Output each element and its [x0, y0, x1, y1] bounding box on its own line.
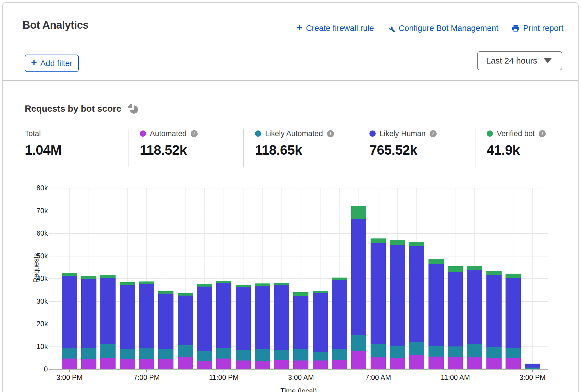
x-tick-mark	[69, 370, 70, 372]
y-tick-label: 10k	[20, 343, 48, 351]
bar-segment-likely-automated	[371, 344, 386, 357]
bar-segment-verified-bot	[81, 276, 96, 279]
chart-bar[interactable]	[371, 188, 386, 369]
bar-segment-likely-human	[525, 364, 540, 368]
create-firewall-rule-link[interactable]: + Create firewall rule	[297, 24, 374, 33]
info-icon[interactable]: i	[191, 130, 198, 137]
bar-segment-verified-bot	[486, 271, 502, 275]
chart-bar[interactable]	[448, 188, 463, 369]
chart-bar[interactable]	[216, 188, 231, 369]
bar-segment-automated	[506, 358, 521, 369]
y-tick-label: 60k	[20, 229, 48, 237]
bar-segment-likely-human	[178, 296, 193, 346]
bar-segment-likely-human	[120, 285, 135, 349]
add-filter-button[interactable]: + Add filter	[25, 55, 79, 72]
chart-bar[interactable]	[120, 188, 135, 369]
bar-segment-likely-human	[448, 272, 463, 346]
chart-bar[interactable]	[158, 188, 173, 369]
bar-segment-verified-bot	[506, 274, 521, 278]
bar-segment-likely-human	[467, 270, 482, 344]
print-report-link[interactable]: Print report	[511, 24, 563, 33]
bar-segment-likely-automated	[274, 350, 289, 360]
legend-dot-likely-automated	[255, 130, 261, 137]
chart-bar[interactable]	[525, 188, 540, 369]
bar-segment-verified-bot	[274, 283, 289, 285]
legend-dot-verified-bot	[487, 130, 493, 137]
x-tick-label: 11:00 PM	[209, 373, 238, 382]
y-tick-label: 30k	[20, 297, 48, 305]
stat-likely-human-value: 765.52k	[369, 142, 475, 158]
chart-bar[interactable]	[178, 188, 193, 369]
bar-segment-likely-automated	[139, 348, 154, 359]
bar-segment-verified-bot	[351, 206, 366, 219]
bar-segment-likely-human	[62, 276, 77, 348]
bar-segment-verified-bot	[178, 293, 193, 295]
printer-icon	[511, 24, 520, 33]
stats-row: Total 1.04M Automated i 118.52k Likely A…	[25, 129, 568, 167]
chart-bar[interactable]	[390, 188, 405, 369]
chart-bar[interactable]	[236, 188, 251, 369]
bar-segment-automated	[313, 361, 328, 369]
chart-bar[interactable]	[506, 188, 521, 369]
chart-bar[interactable]	[139, 188, 154, 369]
configure-bot-management-link[interactable]: Configure Bot Management	[387, 24, 498, 33]
chart-bar[interactable]	[255, 188, 270, 369]
plus-icon: +	[31, 57, 37, 69]
page-title: Bot Analytics	[22, 19, 89, 31]
bar-segment-likely-automated	[158, 349, 173, 359]
bar-segment-likely-human	[428, 264, 444, 346]
bar-segment-verified-bot	[197, 284, 212, 287]
bar-segment-likely-automated	[390, 346, 405, 358]
pie-chart-icon	[128, 104, 138, 114]
chart-bar[interactable]	[351, 188, 366, 369]
bar-segment-likely-human	[506, 278, 521, 348]
stat-total-value: 1.04M	[25, 142, 128, 158]
chart-bar[interactable]	[467, 188, 482, 369]
chart-bar[interactable]	[197, 188, 212, 369]
stat-automated-value: 118.52k	[140, 142, 243, 158]
bar-segment-verified-bot	[525, 364, 540, 364]
bot-analytics-card: Bot Analytics + Create firewall rule Con…	[2, 2, 579, 392]
plus-icon: +	[297, 24, 303, 32]
bar-segment-verified-bot	[390, 240, 405, 245]
bar-segment-likely-human	[313, 293, 328, 352]
bar-segment-likely-human	[255, 286, 270, 349]
bar-segment-automated	[120, 359, 135, 369]
bar-segment-likely-automated	[467, 344, 482, 357]
chart-bar[interactable]	[293, 188, 308, 369]
bar-segment-automated	[197, 361, 212, 369]
x-tick-label: 7:00 AM	[365, 373, 391, 382]
stat-likely-automated-label: Likely Automated	[265, 129, 323, 138]
chart-bar[interactable]	[274, 188, 289, 369]
bar-segment-automated	[448, 357, 463, 369]
x-tick-mark	[146, 370, 147, 372]
info-icon[interactable]: i	[539, 130, 546, 137]
bar-segment-automated	[409, 355, 424, 369]
bar-segment-likely-automated	[62, 348, 77, 359]
bar-segment-likely-automated	[197, 351, 212, 361]
bar-segment-likely-automated	[255, 349, 270, 361]
time-range-dropdown[interactable]: Last 24 hours	[477, 51, 562, 70]
info-icon[interactable]: i	[430, 130, 437, 137]
bar-segment-automated	[293, 361, 308, 369]
legend-dot-automated	[140, 130, 146, 137]
chart-bar[interactable]	[428, 188, 444, 369]
bar-segment-likely-automated	[313, 352, 328, 361]
y-tick-label: 20k	[20, 320, 48, 328]
bar-segment-likely-automated	[525, 368, 540, 369]
chart-bar[interactable]	[332, 188, 347, 369]
bar-segment-verified-bot	[332, 278, 347, 280]
bar-segment-automated	[428, 357, 444, 369]
header-divider	[3, 80, 578, 81]
chart-bar[interactable]	[313, 188, 328, 369]
info-icon[interactable]: i	[327, 130, 334, 137]
x-tick-label: 11:00 AM	[441, 373, 470, 382]
chart-bar[interactable]	[409, 188, 424, 369]
stat-total-label: Total	[25, 129, 41, 138]
x-tick-label: 3:00 PM	[519, 373, 545, 382]
chart-bar[interactable]	[62, 188, 77, 369]
wrench-icon	[387, 24, 395, 33]
chart-bar[interactable]	[100, 188, 116, 369]
chart-bar[interactable]	[81, 188, 96, 369]
chart-bar[interactable]	[486, 188, 502, 369]
